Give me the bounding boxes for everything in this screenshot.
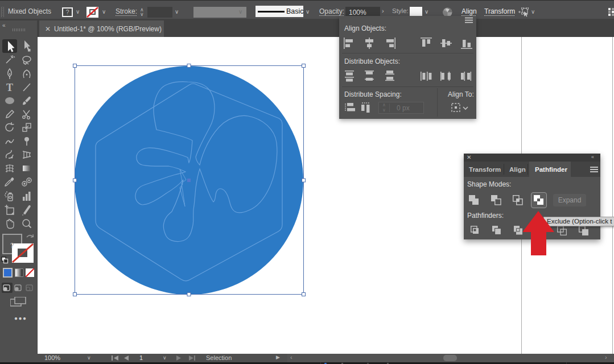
- svg-text:T: T: [6, 82, 13, 93]
- svg-text:?: ?: [10, 242, 14, 250]
